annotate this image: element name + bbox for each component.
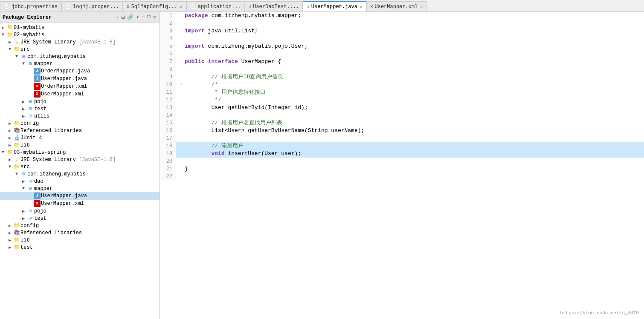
tree-label-config1: config [20, 121, 160, 126]
explorer-tree: ▶📁01-mybatis▼📁02-mybatis▶☕JRE System Lib… [0, 23, 160, 319]
tree-item-utils1[interactable]: ▶⊞utils [0, 112, 160, 120]
tree-item-jre2[interactable]: ▶☕JRE System Library [JavaSE-1.8] [0, 156, 160, 163]
tree-arrow-utils1[interactable]: ▶ [20, 114, 26, 119]
code-area: 1package com.itzheng.mybatis.mapper;2 3◦… [160, 12, 644, 319]
tab-application[interactable]: 📄application... [186, 1, 245, 11]
tree-arrow-mapper2[interactable]: ▼ [20, 186, 26, 191]
tree-arrow-jre1[interactable]: ▶ [7, 40, 13, 45]
code-content-3: import java.util.List; [185, 27, 644, 35]
code-line-10: 10◦ /* [160, 81, 644, 89]
tree-arrow-test3[interactable]: ▶ [7, 245, 13, 250]
tree-icon-UserMapper.java2: J [33, 193, 41, 199]
tree-item-OrderMapper.java[interactable]: JOrderMapper.java [0, 67, 160, 75]
tree-arrow-pojo2[interactable]: ▶ [20, 209, 26, 214]
tree-arrow-pojo1[interactable]: ▶ [20, 99, 26, 104]
tree-item-jre1[interactable]: ▶☕JRE System Library [JavaSE-1.8] [0, 38, 160, 46]
tree-item-test1[interactable]: ▶⊞test [0, 105, 160, 112]
line-number-21: 21 [160, 165, 176, 173]
tree-item-com.itzheng2[interactable]: ▼⊞com.itzheng.mybatis [0, 170, 160, 178]
close-panel-icon[interactable]: ✕ [152, 14, 157, 21]
tree-arrow-reflibs1[interactable]: ▶ [7, 128, 13, 133]
tree-item-test2[interactable]: ▶⊞test [0, 215, 160, 222]
tab-label-application: application... [198, 4, 241, 10]
link-icon[interactable]: 🔗 [126, 14, 134, 21]
tree-arrow-02-mybatis[interactable]: ▼ [0, 32, 6, 37]
tree-label-jre2: JRE System Library [JavaSE-1.8] [20, 157, 160, 163]
tree-item-OrderMapper.xml[interactable]: XOrderMapper.xml [0, 83, 160, 90]
tree-item-com.itzheng[interactable]: ▼⊞com.itzheng.mybatis [0, 53, 160, 60]
tree-item-pojo2[interactable]: ▶⊞pojo [0, 207, 160, 215]
tree-item-junit1[interactable]: ▶🔬JUnit 4 [0, 134, 160, 141]
collapse-icon[interactable]: ⊟ [121, 14, 125, 21]
tab-close-usermapper_java[interactable]: ✕ [360, 4, 363, 9]
tree-item-lib1[interactable]: ▶📁lib [0, 141, 160, 149]
tree-item-UserMapper.xml1[interactable]: XUserMapper.xml [0, 90, 160, 98]
tree-arrow-lib1[interactable]: ▶ [7, 143, 13, 148]
tree-item-reflibs2[interactable]: ▶📚Referenced Libraries [0, 229, 160, 236]
tree-icon-pojo1: ⊞ [26, 98, 34, 105]
tree-item-lib2[interactable]: ▶📁lib [0, 236, 160, 244]
tab-usermapper_java[interactable]: JUserMapper.java✕ [303, 1, 366, 11]
tree-item-reflibs1[interactable]: ▶📚Referenced Libraries [0, 127, 160, 134]
tree-item-02-mybatis[interactable]: ▼📁02-mybatis [0, 31, 160, 38]
tree-arrow-config1[interactable]: ▶ [7, 121, 13, 126]
line-number-4: 4 [160, 35, 176, 43]
tree-arrow-junit1[interactable]: ▶ [7, 135, 13, 141]
tree-item-config1[interactable]: ▶📁config [0, 120, 160, 127]
code-line-19: 19 void insertUser(User user); [160, 150, 644, 158]
tree-arrow-03-mybatis-spring[interactable]: ▼ [0, 150, 6, 155]
tab-close-sqlmap[interactable]: ✕ [180, 4, 183, 9]
tab-log4j[interactable]: 📄log4j.proper... [61, 1, 123, 11]
tree-arrow-01-mybatis[interactable]: ▶ [0, 25, 6, 30]
tree-item-03-mybatis-spring[interactable]: ▼📁03-mybatis-spring [0, 149, 160, 156]
tree-label-utils1: utils [34, 113, 160, 119]
tree-label-02-mybatis: 02-mybatis [14, 32, 160, 38]
view-menu-icon[interactable]: ▾ [135, 14, 140, 21]
line-number-7: 7 [160, 58, 176, 66]
tree-arrow-reflibs2[interactable]: ▶ [7, 230, 13, 236]
tree-item-UserMapper.java1[interactable]: JUserMapper.java [0, 75, 160, 83]
line-number-15: 15 [160, 119, 176, 127]
tab-close-usermapper_xml[interactable]: ✕ [420, 4, 423, 9]
tab-userdaotest[interactable]: JUserDaoTest.... [245, 1, 303, 11]
tree-arrow-config2[interactable]: ▶ [7, 223, 13, 228]
line-number-11: 11 [160, 89, 176, 96]
tree-item-UserMapper.java2[interactable]: JUserMapper.java [0, 192, 160, 200]
tree-arrow-dao2[interactable]: ▶ [20, 179, 26, 184]
tree-item-mapper2[interactable]: ▼⊞mapper [0, 185, 160, 192]
tree-item-src1[interactable]: ▼📁src [0, 46, 160, 53]
tree-item-config2[interactable]: ▶📁config [0, 222, 160, 229]
tab-label-userdaotest: UserDaoTest.... [253, 4, 299, 10]
tree-item-test3[interactable]: ▶📁test [0, 244, 160, 251]
code-content-4 [185, 35, 644, 43]
tree-arrow-com.itzheng[interactable]: ▼ [14, 54, 20, 59]
tree-arrow-jre2[interactable]: ▶ [7, 157, 13, 162]
tree-arrow-com.itzheng2[interactable]: ▼ [14, 172, 20, 176]
minimize-icon[interactable]: ─ [141, 14, 145, 21]
tree-label-test1: test [34, 106, 160, 112]
tree-arrow-src1[interactable]: ▼ [7, 47, 13, 52]
tree-arrow-mapper1[interactable]: ▼ [20, 61, 26, 66]
tree-arrow-lib2[interactable]: ▶ [7, 238, 13, 243]
maximize-icon[interactable]: □ [147, 14, 151, 21]
code-content-17 [185, 135, 644, 142]
tree-arrow-test1[interactable]: ▶ [20, 106, 26, 112]
tab-sqlmap[interactable]: XSqlMapConfig...✕ [123, 1, 186, 11]
tab-usermapper_xml[interactable]: XUserMapper.xml✕ [366, 1, 426, 11]
tree-item-src2[interactable]: ▼📁src [0, 163, 160, 170]
tree-item-pojo1[interactable]: ▶⊞pojo [0, 98, 160, 105]
line-number-1: 1 [160, 12, 176, 20]
tree-item-mapper1[interactable]: ▼⊞mapper [0, 60, 160, 67]
tree-arrow-src2[interactable]: ▼ [7, 164, 13, 169]
tree-item-dao2[interactable]: ▶⊞dao [0, 178, 160, 185]
tree-icon-config1: 📁 [13, 120, 20, 126]
tree-item-UserMapper.xml2[interactable]: XUserMapper.xml [0, 200, 160, 207]
tree-icon-com.itzheng: ⊞ [20, 53, 27, 60]
tree-item-01-mybatis[interactable]: ▶📁01-mybatis [0, 24, 160, 31]
tab-jdbc[interactable]: 📄jdbc.properties [0, 1, 61, 11]
tree-icon-test3: 📁 [13, 244, 20, 250]
code-line-18: 18 // 添加用户 [160, 142, 644, 150]
code-content-1: package com.itzheng.mybatis.mapper; [185, 12, 644, 20]
code-content-9: // 根据用户ID查询用户信息 [185, 73, 644, 81]
tree-arrow-test2[interactable]: ▶ [20, 216, 26, 221]
